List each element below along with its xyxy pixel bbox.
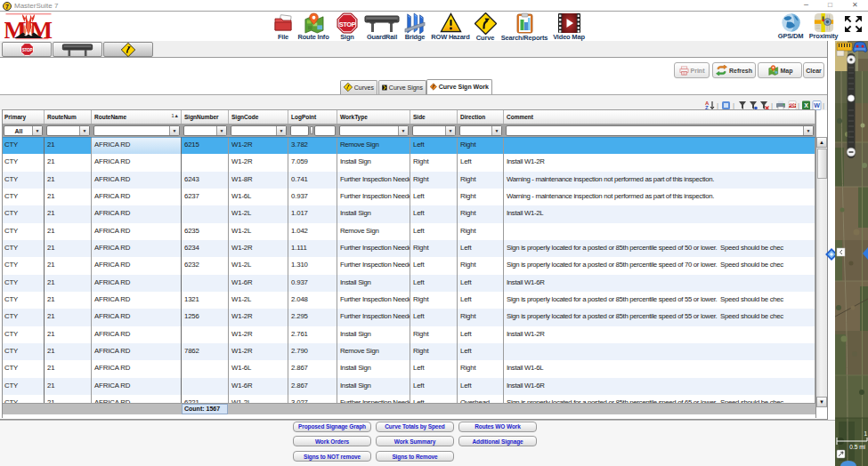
svg-text:7: 7 bbox=[5, 4, 9, 10]
svg-text:W: W bbox=[814, 102, 820, 108]
svg-text:|: | bbox=[798, 101, 799, 109]
svg-text:STOP: STOP bbox=[21, 48, 32, 52]
svg-text:|: | bbox=[717, 101, 718, 109]
svg-text:|: | bbox=[733, 101, 734, 109]
svg-text:X: X bbox=[804, 102, 808, 108]
svg-text:1: 1 bbox=[864, 430, 867, 437]
svg-text:|: | bbox=[771, 101, 773, 109]
svg-text:|: | bbox=[823, 101, 824, 109]
svg-text:PDF: PDF bbox=[789, 103, 797, 108]
svg-text:0.5 mi: 0.5 mi bbox=[849, 444, 865, 450]
